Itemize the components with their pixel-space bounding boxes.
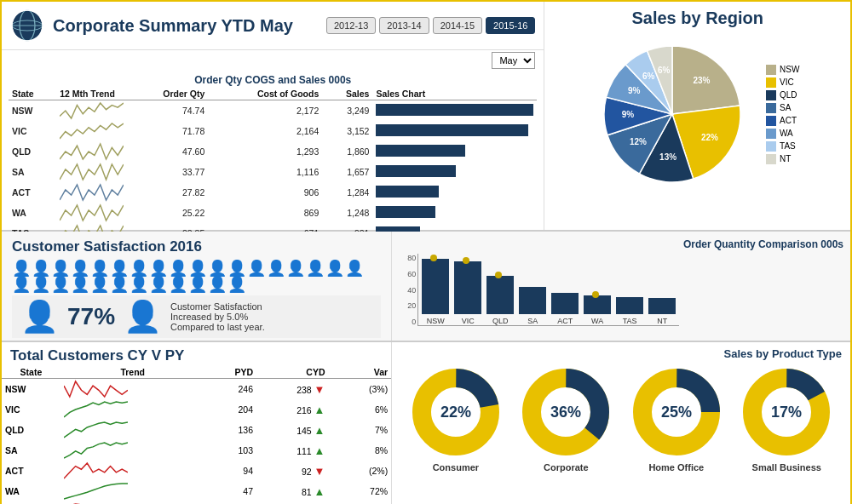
month-select[interactable]: May — [492, 52, 535, 69]
donuts-row: 22% Consumer 36% Corporate 25% Home Offi… — [400, 365, 842, 472]
person-icon-large: 👤 — [20, 299, 59, 335]
mid-section: Customer Satisfaction 2016 👤👤👤👤👤👤👤👤👤👤👤👤👤… — [2, 232, 850, 342]
svg-text:23%: 23% — [693, 76, 710, 85]
person-icon: 👤 — [32, 261, 50, 276]
sparkline-cell — [56, 100, 127, 122]
legend-item: NSW — [766, 65, 799, 75]
table-row-sales: 3,152 — [322, 121, 372, 141]
page-title: Corporate Summary YTD May — [53, 16, 326, 36]
donut-chart: 17% — [740, 365, 833, 459]
gold-dot — [463, 257, 469, 264]
col-cogs: Cost of Goods — [208, 88, 322, 100]
cust-row-pyd: 246 — [205, 379, 256, 400]
satisfaction-panel: Customer Satisfaction 2016 👤👤👤👤👤👤👤👤👤👤👤👤👤… — [2, 232, 392, 341]
sparkline-cell — [56, 203, 127, 223]
person-icon: 👤 — [90, 277, 109, 292]
person-icon: 👤 — [12, 277, 31, 292]
cust-row-state: VIC — [2, 399, 60, 420]
gold-dot — [495, 272, 502, 278]
cust-row-pyd: 47 — [205, 481, 256, 501]
bar-chart: NSWVICQLDSAACTWATASNT — [417, 254, 679, 326]
person-icon: 👤 — [71, 261, 89, 276]
svg-text:6%: 6% — [642, 72, 655, 81]
donut-chart: 36% — [519, 365, 613, 459]
cust-row-state: ACT — [2, 461, 60, 481]
table-row-cogs: 2,164 — [208, 121, 322, 141]
donut-item: 25% Home Office — [630, 365, 723, 472]
bar-label: WA — [591, 317, 603, 325]
donut-container: 22% — [409, 365, 503, 459]
person-icon: 👤 — [51, 261, 70, 276]
person-icon: 👤 — [110, 277, 129, 292]
person-icon: 👤 — [188, 261, 207, 276]
col-orderqty: Order Qty — [127, 88, 208, 100]
bar-dark — [648, 298, 676, 314]
bar-group: NT — [648, 246, 676, 325]
year-tab-2013[interactable]: 2013-14 — [379, 17, 429, 34]
bar-dark — [519, 287, 546, 314]
table-row-sales: 3,249 — [322, 100, 372, 122]
arrow-down: ▼ — [314, 383, 325, 396]
legend-color — [766, 103, 776, 113]
satisfaction-text: Customer Satisfaction Increased by 5.0% … — [170, 301, 265, 332]
bar-group: TAS — [616, 246, 643, 325]
legend-item: VIC — [766, 77, 799, 88]
legend-color — [766, 154, 776, 164]
year-tab-2014[interactable]: 2014-15 — [433, 17, 482, 34]
cust-row-pyd: 103 — [205, 440, 256, 461]
gold-dot — [592, 291, 599, 298]
bottom-section: Total Customers CY V PY State Trend PYD … — [2, 342, 850, 504]
table-title: Order Qty COGS and Sales 000s — [9, 74, 537, 86]
person-icon: 👤 — [227, 277, 246, 292]
person-icon: 👤 — [32, 277, 50, 292]
table-row-bar — [372, 203, 537, 223]
cust-row-pyd: 204 — [205, 399, 256, 420]
person-icon: 👤 — [130, 261, 148, 276]
legend-item: SA — [766, 103, 799, 113]
svg-text:25%: 25% — [661, 404, 692, 421]
header-bar: Corporate Summary YTD May 2012-13 2013-1… — [2, 2, 544, 50]
customers-table: State Trend PYD CYD Var NSW 246 238 ▼ (3… — [2, 366, 391, 504]
cust-row-var: 8% — [328, 440, 391, 461]
cust-row-trend — [60, 461, 205, 481]
product-title: Sales by Product Type — [400, 347, 842, 360]
cust-row-trend — [60, 399, 205, 420]
legend-color — [766, 77, 776, 88]
table-row-cogs: 869 — [208, 203, 322, 223]
bar-label: TAS — [623, 317, 637, 325]
person-icon: 👤 — [71, 277, 89, 292]
table-row-state: QLD — [9, 141, 56, 162]
person-icon: 👤 — [227, 261, 246, 276]
col-state: State — [9, 88, 56, 100]
person-icon: 👤 — [90, 261, 109, 276]
product-panel: Sales by Product Type 22% Consumer 36% C… — [392, 342, 850, 504]
table-row-sales: 1,284 — [322, 182, 372, 203]
top-section: Corporate Summary YTD May 2012-13 2013-1… — [2, 2, 850, 232]
table-row-sales: 1,657 — [322, 162, 372, 182]
svg-text:6%: 6% — [658, 66, 671, 75]
donut-chart: 25% — [630, 365, 723, 459]
arrow-up: ▲ — [314, 424, 325, 437]
cust-row-cyd: 216 ▲ — [256, 399, 328, 420]
person-icon: 👤 — [286, 261, 305, 276]
svg-text:36%: 36% — [550, 404, 581, 421]
cust-row-pyd: 94 — [205, 461, 256, 481]
legend-item: WA — [766, 129, 799, 139]
table-row-state: SA — [9, 162, 56, 182]
bar-group: SA — [519, 246, 546, 325]
table-row-state: NSW — [9, 100, 56, 122]
col-sales: Sales — [322, 88, 372, 100]
donut-item: 36% Corporate — [519, 365, 613, 472]
donut-label: Small Business — [752, 462, 821, 472]
person-icon: 👤 — [110, 261, 129, 276]
bar-label: QLD — [492, 317, 509, 325]
donut-container: 36% — [519, 365, 613, 459]
year-tab-2012[interactable]: 2012-13 — [326, 17, 376, 34]
table-row-orderqty: 47.60 — [127, 141, 208, 162]
person-icon: 👤 — [208, 277, 227, 292]
year-tab-2015[interactable]: 2015-16 — [486, 17, 535, 34]
year-tabs: 2012-13 2013-14 2014-15 2015-16 — [326, 17, 536, 34]
legend-item: ACT — [766, 116, 799, 126]
cust-row-pyd: 136 — [205, 420, 256, 440]
svg-text:17%: 17% — [771, 404, 802, 421]
